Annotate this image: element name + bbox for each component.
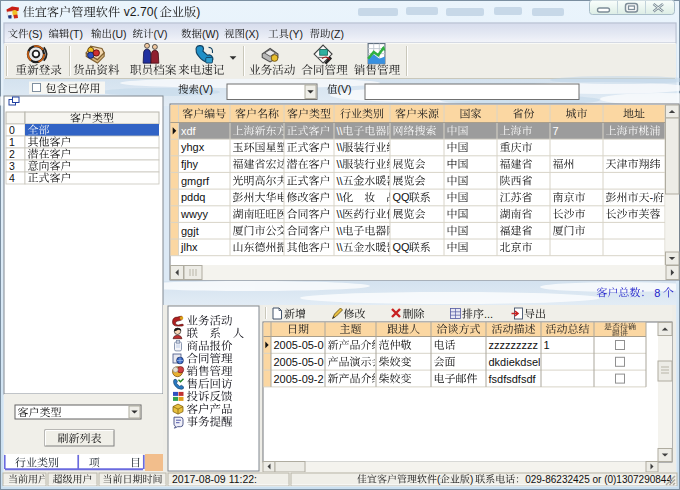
svg-text:(T): (T): [70, 28, 83, 40]
svg-text:jlhx: jlhx: [180, 241, 198, 253]
svg-text:QQ: QQ: [393, 241, 411, 253]
svg-text:\\: \\: [337, 125, 344, 137]
svg-text:\\: \\: [337, 158, 344, 170]
svg-text:3: 3: [9, 160, 15, 172]
svg-text:7: 7: [553, 125, 559, 137]
svg-text:fsdfsdfsdf: fsdfsdfsdf: [489, 373, 537, 385]
svg-text:wwyy: wwyy: [180, 208, 208, 220]
svg-text:xdf: xdf: [181, 125, 197, 137]
svg-text:(U): (U): [112, 28, 127, 40]
svg-text:1: 1: [544, 339, 550, 351]
svg-text:(V): (V): [154, 28, 168, 40]
svg-text:-: -: [650, 191, 654, 203]
svg-text:\\: \\: [337, 225, 344, 237]
svg-text:pddq: pddq: [181, 191, 205, 203]
svg-text:029-86232425 or (0)1307290844: 029-86232425 or (0)1307290844: [525, 474, 672, 485]
svg-text:ggjt: ggjt: [181, 225, 199, 237]
svg-text:gmgrf: gmgrf: [181, 175, 210, 187]
svg-text:\\: \\: [337, 175, 344, 187]
svg-text:(X): (X): [245, 28, 259, 40]
svg-text:\\: \\: [337, 141, 344, 153]
svg-text:(V): (V): [199, 83, 213, 95]
svg-text:1: 1: [9, 136, 15, 148]
svg-text:4: 4: [9, 172, 15, 184]
svg-text:yhgx: yhgx: [181, 141, 205, 153]
svg-text:\\: \\: [337, 208, 344, 220]
svg-text:...: ...: [484, 308, 493, 320]
svg-text:): ): [470, 474, 473, 485]
svg-text:2005-09-21: 2005-09-21: [274, 373, 330, 385]
svg-text:(W): (W): [202, 28, 219, 40]
svg-text:\\: \\: [337, 191, 344, 203]
svg-text:dkdiekdseld: dkdiekdseld: [489, 356, 547, 368]
svg-text:2017-08-09 11:22:: 2017-08-09 11:22:: [172, 473, 257, 485]
svg-text:\\: \\: [337, 241, 344, 253]
svg-text:(Y): (Y): [289, 28, 303, 40]
svg-text:8: 8: [654, 287, 660, 299]
svg-text:2: 2: [9, 148, 15, 160]
svg-text:zzzzzzzzz: zzzzzzzzz: [489, 339, 539, 351]
svg-text:(Z): (Z): [331, 28, 344, 40]
svg-text:fjhy: fjhy: [181, 158, 199, 170]
svg-text:0: 0: [9, 124, 15, 136]
svg-text:v2.70(: v2.70(: [124, 5, 158, 19]
svg-text:QQ: QQ: [393, 191, 411, 203]
svg-text:(V): (V): [338, 83, 352, 95]
svg-text:2005-05-06: 2005-05-06: [274, 356, 330, 368]
svg-text:): ): [196, 5, 200, 19]
svg-text:(S): (S): [29, 28, 43, 40]
svg-text:2005-05-08: 2005-05-08: [274, 339, 330, 351]
